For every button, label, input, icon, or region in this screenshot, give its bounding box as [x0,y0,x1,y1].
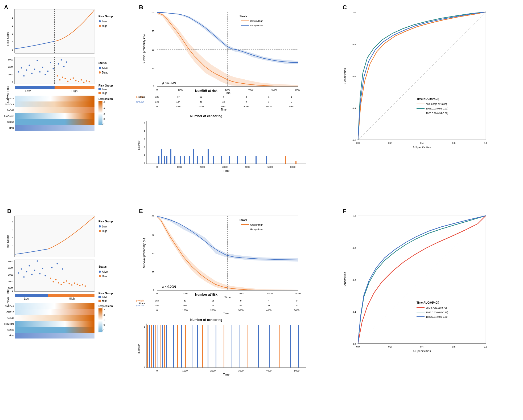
svg-text:1: 1 [104,318,105,321]
svg-text:0: 0 [153,85,154,88]
svg-rect-61 [15,101,94,107]
svg-text:2: 2 [144,146,145,148]
svg-point-21 [31,73,33,74]
svg-text:2000: 2000 [210,369,216,372]
svg-rect-342 [298,325,299,368]
svg-text:4000: 4000 [248,88,253,91]
svg-text:154: 154 [155,299,159,302]
svg-text:0: 0 [12,244,13,247]
svg-text:4000: 4000 [8,267,13,270]
svg-point-22 [34,69,35,70]
svg-rect-136 [174,156,175,164]
svg-text:Group=Low: Group=Low [250,24,263,27]
svg-text:3000: 3000 [238,309,244,312]
svg-point-37 [75,80,77,81]
svg-text:0: 0 [156,88,158,91]
svg-point-25 [42,67,43,68]
panel-f-label: F [343,208,346,214]
legend-1095-c: 1095:0.93(0.96-0.91) [426,107,448,110]
svg-text:0.0: 0.0 [352,343,356,345]
svg-rect-323 [164,325,165,368]
svg-text:1000: 1000 [182,309,188,312]
panel-f-svg: F Sensitivities 1.0 0.8 0.6 0.4 0.0 0.0 … [339,208,507,407]
svg-text:2000: 2000 [210,309,216,312]
svg-text:0: 0 [156,105,158,108]
svg-rect-141 [197,156,198,164]
svg-point-209 [34,270,35,271]
svg-rect-67 [15,119,94,125]
svg-point-214 [50,278,51,279]
svg-text:0.2: 0.2 [388,142,392,144]
high-label-a: High [72,89,78,92]
svg-text:2: 2 [12,228,13,231]
svg-rect-334 [224,325,224,368]
svg-text:25: 25 [152,67,154,70]
svg-text:31: 31 [267,304,270,307]
panel-b-yaxis: Survival probability (%) [142,34,146,64]
svg-text:SH2D4A: SH2D4A [5,103,14,106]
main-container: A Risk Score 5 4 3 2 1 Risk Group Low [0,0,523,420]
svg-rect-150 [266,156,267,164]
svg-rect-328 [185,325,186,368]
svg-rect-332 [208,325,208,368]
svg-rect-59 [15,96,94,101]
svg-point-226 [82,284,83,286]
svg-point-40 [83,82,85,83]
svg-rect-321 [160,325,160,368]
svg-rect-131 [158,156,159,164]
svg-point-16 [18,71,19,73]
svg-text:3000: 3000 [239,292,244,295]
risk-group-legend-title: Risk Group [98,15,113,18]
svg-text:5000: 5000 [294,309,299,312]
svg-rect-327 [181,325,182,368]
svg-text:RiskScore: RiskScore [4,115,14,117]
svg-point-210 [37,260,38,262]
svg-text:1000: 1000 [178,88,183,91]
svg-text:0: 0 [153,289,154,291]
svg-point-217 [58,282,59,284]
svg-text:134: 134 [176,100,180,103]
svg-text:9: 9 [245,100,247,103]
svg-rect-256 [15,333,94,339]
svg-text:335: 335 [155,100,159,103]
svg-rect-149 [256,156,257,164]
svg-text:0: 0 [104,118,105,120]
svg-text:1000: 1000 [8,287,13,289]
svg-text:4000: 4000 [266,369,271,372]
svg-text:6: 6 [104,101,105,104]
panel-c: C Sensitivities 1.0 0.8 0.6 0.4 0.0 0.0 … [338,3,508,205]
svg-text:1: 1 [268,96,269,98]
panel-c-xaxis: 1-Specificities [413,146,431,149]
svg-rect-134 [166,156,167,164]
panel-b-svg: B Survival probability (%) 100 75 50 25 … [136,4,335,204]
svg-text:3: 3 [104,308,105,311]
svg-rect-54 [98,88,101,90]
svg-text:High: High [102,230,108,233]
svg-point-224 [77,284,78,285]
svg-text:0.8: 0.8 [352,247,356,250]
svg-text:6000: 6000 [290,166,295,168]
svg-text:3: 3 [12,220,13,223]
risk-group-bar-low [15,86,55,89]
svg-point-223 [74,283,75,284]
svg-point-33 [65,78,66,79]
svg-text:Strata: Strata [240,15,247,18]
svg-rect-319 [155,325,156,368]
svg-point-34 [67,81,69,82]
svg-text:100: 100 [150,215,154,218]
svg-text:4000: 4000 [8,66,13,68]
svg-text:Low: Low [102,88,107,91]
svg-text:47: 47 [177,96,180,98]
svg-text:104: 104 [183,304,187,307]
svg-rect-65 [15,113,94,119]
svg-text:Time: Time [9,127,14,129]
svg-point-19 [26,70,27,71]
svg-rect-329 [192,325,192,368]
svg-text:0.6: 0.6 [352,279,356,282]
svg-point-208 [31,274,33,275]
svg-text:0: 0 [144,162,145,164]
svg-text:1000: 1000 [183,292,188,295]
svg-rect-341 [290,325,291,368]
svg-rect-258 [98,308,102,332]
svg-text:Survival probability (%): Survival probability (%) [142,238,146,268]
